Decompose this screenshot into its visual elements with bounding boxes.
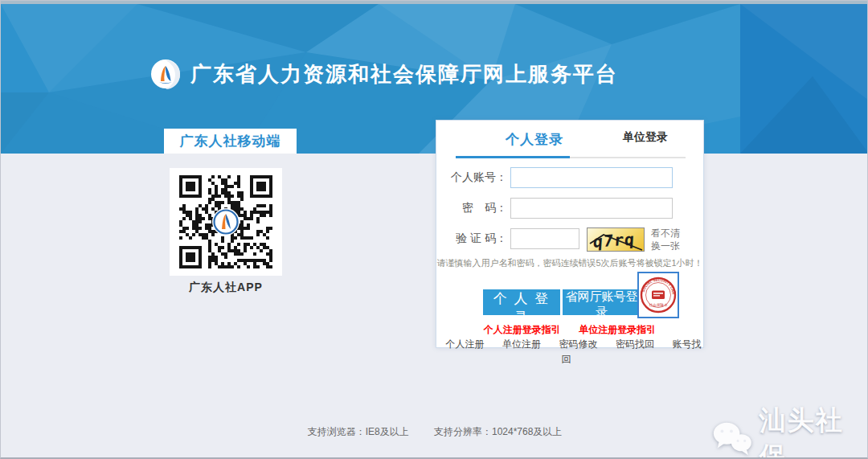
resolution-support-note: 支持分辨率：1024*768及以上 [434, 426, 562, 437]
guide-links: 个人注册登录指引 单位注册登录指引 [436, 322, 703, 337]
personal-register-guide-link[interactable]: 个人注册登录指引 [484, 324, 561, 335]
captcha-image[interactable]: q7rq [587, 227, 645, 252]
browser-support-note: 支持浏览器：IE8及以上 [308, 426, 409, 437]
unit-register-link[interactable]: 单位注册 [502, 338, 541, 350]
gdhrss-emblem-icon [150, 59, 181, 89]
unit-register-guide-link[interactable]: 单位注册登录指引 [579, 324, 656, 335]
page-title: 广东省人力资源和社会保障厅网上服务平台 [190, 60, 618, 88]
qr-caption: 广东人社APP [170, 281, 282, 295]
account-service-links: 个人注册 单位注册 密码修改 密码找回 账号找回 [436, 336, 703, 367]
brand: 广东省人力资源和社会保障厅网上服务平台 [150, 59, 618, 89]
seal-label: 社会保障卡 [649, 302, 668, 307]
social-security-card-seal: SOCIAL SECURITY CARD 社会保障卡 [637, 272, 679, 318]
app-qr-code [170, 168, 282, 276]
captcha-refresh-link[interactable]: 看不清 换一张 [651, 227, 680, 252]
active-tab-indicator [456, 156, 570, 158]
password-input[interactable] [510, 198, 673, 219]
login-panel: 个人登录 单位登录 个人账号： 密 码： 验 证 码： q7rq 看不清 换一张 [436, 120, 704, 348]
personal-login-button[interactable]: 个 人 登 录 [483, 289, 560, 315]
wechat-icon [711, 420, 753, 458]
personal-register-link[interactable]: 个人注册 [446, 338, 485, 350]
captcha-strike-line [588, 228, 645, 252]
password-label: 密 码： [436, 201, 507, 215]
page-header: 广东省人力资源和社会保障厅网上服务平台 [1, 4, 868, 154]
account-row: 个人账号： [436, 167, 703, 188]
captcha-label: 验 证 码： [436, 232, 507, 246]
captcha-input[interactable] [510, 228, 579, 249]
captcha-refresh-line2[interactable]: 换一张 [651, 240, 680, 252]
login-tabs: 个人登录 单位登录 [436, 121, 703, 158]
account-input[interactable] [510, 167, 673, 188]
provincial-account-login-button[interactable]: 省网厅账号登录 [563, 289, 641, 315]
watermark: 汕头社保 [711, 403, 867, 459]
password-row: 密 码： [436, 198, 703, 219]
mobile-panel-label: 广东人社移动端 [164, 129, 297, 154]
password-change-link[interactable]: 密码修改 [559, 338, 598, 350]
tab-unit-login[interactable]: 单位登录 [605, 130, 686, 145]
qr-code-canvas [178, 174, 274, 270]
tab-personal-login[interactable]: 个人登录 [486, 130, 583, 149]
captcha-refresh-line1[interactable]: 看不清 [651, 227, 680, 240]
watermark-text: 汕头社保 [760, 403, 867, 459]
account-label: 个人账号： [436, 170, 507, 185]
password-recover-link[interactable]: 密码找回 [616, 338, 654, 350]
lockout-warning: 请谨慎输入用户名和密码，密码连续错误5次后账号将被锁定1小时！ [436, 257, 703, 269]
login-page: 广东省人力资源和社会保障厅网上服务平台 广东人社移动端 广东人社APP 个人登录… [0, 0, 868, 459]
